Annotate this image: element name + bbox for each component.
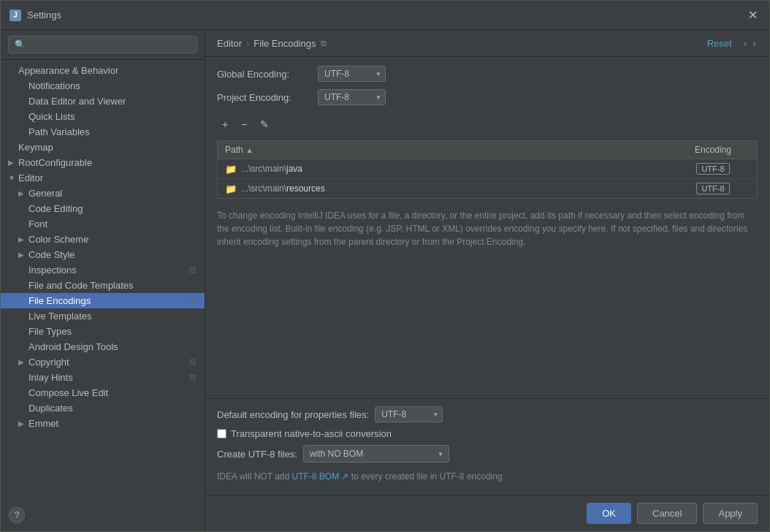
action-buttons: OK Cancel Apply bbox=[205, 495, 769, 531]
encoding-cell: UTF-8 bbox=[669, 179, 757, 198]
title-bar: J Settings ✕ bbox=[1, 1, 769, 30]
file-encodings-badge: ⊟ bbox=[189, 296, 196, 305]
project-encoding-select[interactable]: UTF-8 UTF-16 ISO-8859-1 bbox=[318, 89, 386, 105]
properties-encoding-select[interactable]: UTF-8 UTF-16 ISO-8859-1 bbox=[375, 406, 443, 422]
sidebar-item-data-editor[interactable]: Data Editor and Viewer bbox=[1, 94, 205, 109]
cancel-button[interactable]: Cancel bbox=[637, 503, 697, 524]
bom-link[interactable]: UTF-8 BOM ↗ bbox=[291, 471, 348, 482]
sidebar-item-label: Emmet bbox=[28, 418, 58, 429]
sidebar-item-path-variables[interactable]: Path Variables bbox=[1, 124, 205, 140]
bom-notice-prefix: IDEA will NOT add bbox=[217, 471, 291, 482]
add-path-button[interactable]: + bbox=[217, 115, 233, 133]
sidebar-item-label: Font bbox=[28, 218, 47, 229]
nav-forward-button[interactable]: › bbox=[751, 37, 758, 49]
breadcrumb-bar: Editor › File Encodings ⧉ Reset ‹ › bbox=[205, 30, 769, 57]
sidebar-item-compose-live-edit[interactable]: Compose Live Edit bbox=[1, 385, 205, 400]
sidebar-item-file-encodings[interactable]: File Encodings ⊟ bbox=[1, 293, 205, 308]
sidebar-item-file-code-templates[interactable]: File and Code Templates bbox=[1, 278, 205, 293]
nav-back-button[interactable]: ‹ bbox=[742, 37, 749, 49]
sidebar-item-label: Code Editing bbox=[28, 203, 83, 214]
col-encoding-label: Encoding bbox=[695, 145, 731, 155]
empty-spacer bbox=[217, 259, 758, 390]
column-encoding: Encoding bbox=[669, 141, 757, 159]
sidebar-item-inlay-hints[interactable]: Inlay Hints ⊟ bbox=[1, 370, 205, 385]
expand-arrow: ▶ bbox=[18, 251, 26, 259]
properties-encoding-row: Default encoding for properties files: U… bbox=[217, 406, 758, 422]
sidebar-item-editor[interactable]: ▼ Editor bbox=[1, 170, 205, 186]
sidebar-item-appearance[interactable]: Appearance & Behavior bbox=[1, 63, 205, 78]
settings-window: J Settings ✕ Appearance & Behavior Notif… bbox=[0, 0, 770, 532]
properties-encoding-label: Default encoding for properties files: bbox=[217, 409, 369, 420]
create-utf8-select[interactable]: with NO BOM with BOM with BOM (auto-dete… bbox=[303, 445, 449, 463]
properties-encoding-select-wrapper: UTF-8 UTF-16 ISO-8859-1 bbox=[375, 406, 443, 422]
sidebar-item-code-editing[interactable]: Code Editing bbox=[1, 201, 205, 216]
path-text: ...\src\main\java bbox=[241, 164, 302, 174]
expand-arrow: ▼ bbox=[8, 174, 15, 182]
path-text: ...\src\main\resources bbox=[241, 183, 325, 194]
sidebar-item-label: Editor bbox=[18, 172, 43, 183]
sidebar-item-label: Android Design Tools bbox=[28, 341, 118, 352]
edit-path-button[interactable]: ✎ bbox=[255, 115, 274, 133]
sidebar-item-label: Duplicates bbox=[28, 403, 73, 414]
sidebar-item-label: Compose Live Edit bbox=[28, 387, 108, 398]
sidebar-tree: Appearance & Behavior Notifications Data… bbox=[1, 60, 205, 531]
create-utf8-select-wrapper: with NO BOM with BOM with BOM (auto-dete… bbox=[303, 445, 449, 463]
transparent-conversion-checkbox[interactable] bbox=[217, 429, 226, 438]
inlay-hints-badge: ⊟ bbox=[189, 373, 196, 382]
expand-arrow: ▶ bbox=[8, 159, 15, 167]
sidebar-item-quick-lists[interactable]: Quick Lists bbox=[1, 109, 205, 124]
sidebar-item-notifications[interactable]: Notifications bbox=[1, 78, 205, 94]
sidebar-item-copyright[interactable]: ▶ Copyright ⊟ bbox=[1, 354, 205, 370]
info-text: To change encoding IntelliJ IDEA uses fo… bbox=[217, 203, 758, 254]
sidebar-item-keymap[interactable]: Keymap bbox=[1, 140, 205, 155]
table-row[interactable]: 📁 ...\src\main\java UTF-8 bbox=[218, 159, 757, 179]
sidebar-item-general[interactable]: ▶ General bbox=[1, 186, 205, 201]
global-encoding-select[interactable]: UTF-8 UTF-16 ISO-8859-1 bbox=[318, 66, 386, 82]
bom-notice: IDEA will NOT add UTF-8 BOM ↗ to every c… bbox=[217, 468, 758, 487]
close-button[interactable]: ✕ bbox=[745, 5, 761, 25]
expand-arrow: ▶ bbox=[18, 358, 26, 366]
window-title: Settings bbox=[27, 10, 745, 20]
inspections-badge: ⊟ bbox=[189, 265, 196, 275]
copy-path-icon[interactable]: ⧉ bbox=[321, 39, 327, 48]
sidebar-item-android-design-tools[interactable]: Android Design Tools bbox=[1, 339, 205, 354]
expand-arrow: ▶ bbox=[18, 189, 26, 197]
sidebar-item-label: Data Editor and Viewer bbox=[28, 96, 126, 107]
bom-notice-suffix: to every created file in UTF-8 encoding bbox=[348, 471, 502, 482]
reset-button[interactable]: Reset bbox=[707, 38, 732, 49]
sidebar-item-file-types[interactable]: File Types bbox=[1, 324, 205, 339]
sidebar-item-label: Copyright bbox=[28, 357, 69, 368]
encoding-tag: UTF-8 bbox=[696, 163, 729, 175]
sidebar-item-label: Inspections bbox=[28, 265, 77, 276]
project-encoding-select-wrapper: UTF-8 UTF-16 ISO-8859-1 bbox=[318, 89, 386, 105]
folder-icon: 📁 bbox=[225, 183, 237, 194]
sidebar-item-emmet[interactable]: ▶ Emmet bbox=[1, 416, 205, 431]
sidebar-item-code-style[interactable]: ▶ Code Style bbox=[1, 247, 205, 262]
table-row[interactable]: 📁 ...\src\main\resources UTF-8 bbox=[218, 179, 757, 198]
sidebar-item-font[interactable]: Font bbox=[1, 216, 205, 232]
sidebar-item-label: Code Style bbox=[28, 249, 75, 260]
path-cell: 📁 ...\src\main\resources bbox=[218, 179, 669, 198]
encoding-cell: UTF-8 bbox=[669, 159, 757, 178]
transparent-conversion-label: Transparent native-to-ascii conversion bbox=[231, 428, 392, 439]
create-utf8-label: Create UTF-8 files: bbox=[217, 449, 297, 460]
ok-button[interactable]: OK bbox=[587, 503, 631, 524]
nav-arrows: ‹ › bbox=[742, 37, 758, 49]
sidebar-item-label: Quick Lists bbox=[28, 111, 75, 122]
search-input[interactable] bbox=[8, 36, 197, 53]
sidebar-item-color-scheme[interactable]: ▶ Color Scheme bbox=[1, 232, 205, 247]
search-box bbox=[1, 30, 205, 60]
sidebar-item-label: Notifications bbox=[28, 80, 80, 91]
sidebar-item-inspections[interactable]: Inspections ⊟ bbox=[1, 262, 205, 278]
sidebar-item-root-configurable[interactable]: ▶ RootConfigurable bbox=[1, 155, 205, 170]
remove-path-button[interactable]: − bbox=[236, 115, 252, 133]
main-content: Appearance & Behavior Notifications Data… bbox=[1, 30, 769, 531]
sidebar-item-duplicates[interactable]: Duplicates bbox=[1, 400, 205, 416]
sidebar-item-label: RootConfigurable bbox=[18, 157, 92, 168]
copyright-badge: ⊟ bbox=[189, 357, 196, 367]
help-button[interactable]: ? bbox=[9, 507, 25, 523]
path-cell: 📁 ...\src\main\java bbox=[218, 159, 669, 178]
apply-button[interactable]: Apply bbox=[703, 503, 758, 524]
sidebar-item-label: Inlay Hints bbox=[28, 372, 73, 383]
sidebar-item-live-templates[interactable]: Live Templates bbox=[1, 308, 205, 324]
